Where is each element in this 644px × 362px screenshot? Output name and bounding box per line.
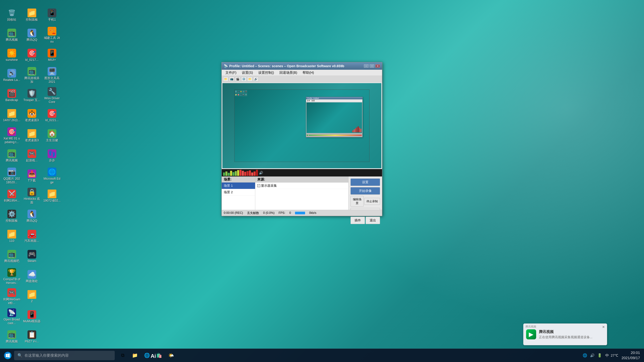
desktop-icon-tencent-vid[interactable]: 📺 腾讯视频 (2, 327, 22, 347)
taskbar-taskview-button[interactable]: ⧉ (118, 351, 128, 361)
notif-app-icon: ▶ (526, 329, 536, 339)
tdownload-icon: 📥 (28, 169, 36, 178)
menu-ctrl[interactable]: 设置控制() (256, 70, 276, 76)
desktop-icon-wegame[interactable]: 🎮 剑网WeGame粉... (2, 287, 22, 307)
file-button[interactable]: 插件 (350, 217, 365, 224)
settings-button[interactable]: 设置 (350, 178, 380, 186)
obs-close-button[interactable]: ✕ (375, 64, 380, 68)
menu-help[interactable]: 帮助(H) (300, 70, 316, 76)
desktop-icon-tdownload[interactable]: 📥 T下载 (22, 166, 42, 186)
menu-settings[interactable]: 设置(S) (240, 70, 256, 76)
desktop-icon-tv3[interactable]: 📺 腾讯视频吧 (2, 246, 22, 267)
toolbar-btn-1[interactable]: 📁 (223, 77, 228, 81)
desktop-icon-openbc[interactable]: 📡 Open Broadcast... (2, 307, 22, 327)
desktop-icon-hintlocks[interactable]: 🔒 Hintlocks 底面 (22, 186, 42, 206)
toolbar-btn-5[interactable]: 📁 (247, 77, 252, 81)
edit-scene-button[interactable]: 编辑场景 (350, 196, 364, 207)
tray-battery-icon[interactable]: 🔋 (597, 353, 603, 359)
source-item-1[interactable]: 显示器采集 (255, 183, 348, 189)
mini-icon-4: 🔊 (242, 90, 245, 93)
ai-button[interactable]: Ai (146, 350, 161, 362)
desktop-icon-wiss[interactable]: 🔧 Wiss Driver Core (42, 85, 62, 106)
desktop-icon-bandicap[interactable]: 🎬 Bandicap (2, 85, 22, 106)
stop-record-button[interactable]: 停止录制 (364, 198, 380, 205)
scene-item-2[interactable]: 场景 2 (222, 189, 255, 196)
desktop-icon-folder110[interactable]: 📁 110 (2, 226, 22, 246)
exit-button[interactable]: 退出 (366, 217, 380, 224)
desktop-icon-realtek[interactable]: 🔊 Realtek La... (2, 65, 22, 85)
desktop-icon-rzf[interactable]: 📋 P6Z7 V-i... (22, 327, 42, 347)
desktop-icon-jitou[interactable]: 🏗️ 城建工具 Jitou (42, 25, 62, 45)
desktop-icon-jianwang[interactable]: ⚔️ 剑网195H... (2, 186, 22, 206)
desktop-icon-ctrl[interactable]: ⚙️ 控制面板 (2, 206, 22, 226)
rzf-icon: 📋 (28, 330, 36, 339)
desktop-icon-wdswg[interactable]: 🖥️ 图形文具高 2021 (42, 65, 62, 85)
toolbar-btn-3[interactable]: 🎬 (235, 77, 240, 81)
menu-file[interactable]: 文件(F) (223, 70, 239, 76)
icon-label: 主生活健 (46, 139, 58, 142)
menu-scene[interactable]: 回退场景(B) (277, 70, 300, 76)
desktop-icon-qqimg[interactable]: 🐧 腾讯QQ (22, 206, 42, 226)
obs-maximize-button[interactable]: □ (370, 64, 374, 68)
msedge-icon: 🌐 (48, 168, 56, 176)
av-bar-2 (226, 171, 228, 176)
desktop-icon-qiyou[interactable]: 🎮 起游戏... (22, 146, 42, 166)
toolbar-btn-6[interactable]: 🔊 (253, 77, 258, 81)
desktop-icon-miui[interactable]: 📱 MiUI+ (42, 45, 62, 65)
desktop-icon-2[interactable]: 📁 2 (22, 287, 42, 307)
desktop-icon-tv2[interactable]: 📺 腾讯视频 (2, 146, 22, 166)
desktop-icon-ld0217[interactable]: 🎯 ld_0217... (22, 45, 42, 65)
tray-network-icon[interactable]: 🌐 (582, 353, 588, 359)
notification-close-button[interactable]: ✕ (602, 325, 605, 329)
desktop-icon-qiche[interactable]: 🚗 汽车画面... (22, 226, 42, 246)
desktop-icon-tencentadd[interactable]: 📺 腾讯游戏添加 (22, 65, 42, 85)
obs-minimize-button[interactable]: ─ (364, 64, 368, 68)
desktop-icon-tencentvideo[interactable]: 📺 腾讯视频 (2, 25, 22, 45)
clock-time: 20:01 (631, 350, 640, 356)
desktop-icon-xal[interactable]: 🎯 Xal ME 01 updating t... (2, 126, 22, 146)
desktop-icon-1[interactable]: 📱 手机1 (42, 5, 62, 25)
tray-volume-icon[interactable]: 🔊 (589, 353, 595, 359)
av-bar-3 (228, 173, 230, 176)
desktop-icon-ld2021b[interactable]: 🎯 ld_0221... (42, 106, 62, 126)
desktop-icon-msedge[interactable]: 🌐 Microsoft Edge (42, 166, 62, 186)
desktop-icon-comp-heroes[interactable]: 🏆 CompaTB of Heroes.: (2, 267, 22, 287)
folder-ctrl-icon: 📁 (28, 8, 36, 17)
taskbar-search-bar[interactable]: 🔍 在这里输入你要搜索的内容 (14, 351, 115, 360)
desktop-icon-qq-photo[interactable]: 📷 QQ图片 2021B520... (2, 166, 22, 186)
ld0217-icon: 🎯 (28, 49, 36, 57)
desktop-icon-mumu[interactable]: 📱 MuMu模拟器 (22, 307, 42, 327)
toolbar-btn-4[interactable]: ⚙️ (241, 77, 246, 81)
clock-area[interactable]: 20:01 2021/09/17 (620, 350, 641, 361)
desktop-icon-folder1[interactable]: 📁 14/07.26台... (2, 106, 22, 126)
desktop-icon-wangzhi[interactable]: 🐯 老虎桌面3 (22, 106, 42, 126)
desktop-icon-recycle[interactable]: 🗑️ 回收站 (2, 5, 22, 25)
tray-keyboard-icon[interactable]: 中 (604, 353, 610, 359)
desktop-icon-folder4[interactable]: 📁 老虎桌面3 (22, 126, 42, 146)
icon-label: 老虎桌面3 (25, 118, 39, 122)
desktop-icon-walker[interactable]: 👣 步步 (42, 146, 62, 166)
desktop-icon-wandou[interactable]: ☁️ 网盘随处 (22, 267, 42, 287)
icon-label: 腾讯视频吧 (4, 259, 19, 263)
scene-item-1[interactable]: 场景 1 (222, 183, 255, 189)
desktop-icon-personal[interactable]: 🏠 主生活健 (42, 126, 62, 146)
desktop-icon-steam[interactable]: 🎮 Steam (22, 246, 42, 267)
start-button[interactable] (3, 351, 13, 360)
desktop-icon-folder1907[interactable]: 📁 19072省02... (42, 186, 62, 206)
taskbar-fileexplorer-button[interactable]: 📁 (130, 351, 140, 361)
nested-body: 文件 设置 (306, 99, 362, 137)
ld2021b-icon: 🎯 (48, 109, 56, 118)
desktop-icon-sunshine[interactable]: ☀️ sunshine (2, 45, 22, 65)
icon-label: P6Z7 V-i... (25, 340, 39, 344)
status-color-bar (295, 212, 305, 214)
recycle-icon: 🗑️ (8, 8, 16, 17)
icon-label: 手机1 (48, 18, 56, 22)
desktop-icon-qq2021[interactable]: 🐧 腾讯QQ (22, 25, 42, 45)
start-record-button[interactable]: 开始录像 (350, 187, 380, 195)
taskbar-widget-button[interactable]: 🌤️ (166, 351, 176, 361)
desktop-icon-folder-ctrl[interactable]: 📁 控制面板 (22, 5, 42, 25)
tray-temp-icon[interactable]: 27℃ (612, 353, 618, 359)
icon-label: CompaTB of Heroes.: (3, 278, 20, 285)
desktop-icon-trooper[interactable]: 🛡️ Trooper 互... (22, 85, 42, 106)
toolbar-btn-2[interactable]: 📺 (229, 77, 234, 81)
